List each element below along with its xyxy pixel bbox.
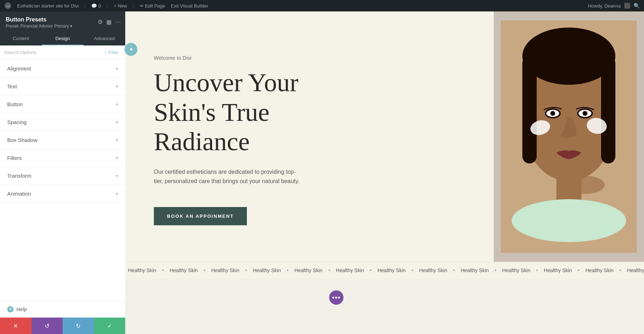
svg-point-16 [551, 112, 554, 115]
tab-design[interactable]: Design [42, 32, 84, 45]
ticker-dot: • [619, 267, 621, 274]
alignment-label: Alignment [7, 65, 31, 72]
ticker-item: Healthy Skin [416, 267, 450, 274]
divi-fab-button[interactable]: ✦ [125, 43, 137, 56]
svg-point-9 [512, 199, 626, 242]
howdy-text: Howdy, Deanna [588, 3, 621, 9]
ticker-item: Healthy Skin [375, 267, 409, 274]
panel-header-icons: ⚙ ▦ ⋯ [98, 19, 121, 25]
new-button[interactable]: + New [114, 3, 127, 9]
ticker-dot: • [536, 267, 538, 274]
spacing-label: Spacing [7, 119, 26, 125]
help-section[interactable]: ? Help [0, 301, 125, 318]
comment-icon: 💬 [91, 3, 97, 9]
undo-button[interactable]: ↺ [31, 318, 63, 334]
ticker-dot: • [245, 267, 247, 274]
hero-description: Our certified estheticians are dedicated… [154, 167, 304, 186]
panel-header: Button Presets Preset: Financial Advisor… [0, 11, 125, 32]
chevron-down-icon: ▾ [116, 138, 118, 143]
ticker-item: Healthy Skin [499, 267, 533, 274]
ticker-item: Healthy Skin [292, 267, 326, 274]
ticker-item: Healthy Skin [167, 267, 201, 274]
dots-icon: ••• [332, 294, 341, 302]
ticker-content: Healthy Skin • Healthy Skin • Healthy Sk… [125, 267, 644, 274]
svg-text:W: W [7, 4, 10, 8]
hero-left: Welcome to Divi Uncover YourSkin's TrueR… [125, 11, 494, 262]
chevron-down-icon: ▾ [116, 84, 118, 89]
settings-item-spacing[interactable]: Spacing ▾ [0, 113, 125, 131]
help-label: Help [16, 306, 27, 312]
ticker-dot: • [453, 267, 455, 274]
hero-image [494, 11, 644, 262]
ticker-item: Healthy Skin [125, 267, 159, 274]
left-panel: Button Presets Preset: Financial Advisor… [0, 11, 125, 334]
ticker-item: Healthy Skin [541, 267, 575, 274]
hero-section: Welcome to Divi Uncover YourSkin's TrueR… [125, 11, 644, 262]
ticker-bar: Healthy Skin • Healthy Skin • Healthy Sk… [125, 262, 644, 279]
chevron-down-icon: ▾ [116, 191, 118, 196]
ticker-item: Healthy Skin [582, 267, 616, 274]
svg-point-17 [584, 112, 586, 115]
dots-fab-button[interactable]: ••• [329, 290, 343, 305]
cancel-button[interactable]: ✕ [0, 318, 31, 334]
button-label: Button [7, 101, 23, 107]
redo-button[interactable]: ↻ [63, 318, 94, 334]
settings-item-box-shadow[interactable]: Box Shadow ▾ [0, 131, 125, 149]
settings-item-button[interactable]: Button ▾ [0, 95, 125, 113]
save-button[interactable]: ✓ [94, 318, 126, 334]
hero-face-svg [501, 20, 637, 253]
help-icon: ? [7, 306, 14, 313]
tab-content[interactable]: Content [0, 32, 42, 45]
comment-count[interactable]: 💬 0 [91, 3, 101, 9]
hero-title: Uncover YourSkin's TrueRadiance [154, 68, 472, 157]
settings-item-text[interactable]: Text ▾ [0, 78, 125, 95]
svg-point-20 [569, 176, 605, 194]
ticker-item: Healthy Skin [458, 267, 492, 274]
settings-item-alignment[interactable]: Alignment ▾ [0, 60, 125, 78]
text-label: Text [7, 83, 17, 89]
ticker-dot: • [328, 267, 330, 274]
chevron-down-icon: ▾ [116, 156, 118, 161]
search-input[interactable] [4, 50, 99, 55]
admin-bar-right: Howdy, Deanna 🔍 [588, 3, 640, 9]
tab-advanced[interactable]: Advanced [83, 32, 125, 45]
ticker-item: Healthy Skin [208, 267, 242, 274]
admin-bar: W Esthetician starter site for Divi | 💬 … [0, 0, 644, 11]
ticker-dot: • [162, 267, 164, 274]
bottom-actions: ✕ ↺ ↻ ✓ [0, 318, 125, 334]
edit-page-button[interactable]: ✏ Edit Page [140, 3, 165, 9]
settings-item-animation[interactable]: Animation ▾ [0, 185, 125, 203]
separator3: | [133, 3, 134, 9]
ticker-dot: • [370, 267, 372, 274]
transform-label: Transform [7, 173, 31, 179]
svg-rect-7 [601, 56, 615, 163]
ticker-dot: • [204, 267, 206, 274]
animation-label: Animation [7, 191, 31, 197]
panel-search: + Filter [0, 45, 125, 60]
layout-icon[interactable]: ▦ [106, 19, 112, 25]
settings-item-filters[interactable]: Filters ▾ [0, 149, 125, 167]
user-avatar [624, 3, 630, 9]
settings-item-transform[interactable]: Transform ▾ [0, 167, 125, 185]
ticker-item: Healthy Skin [624, 267, 644, 274]
main-layout: Button Presets Preset: Financial Advisor… [0, 11, 644, 334]
wp-logo-icon[interactable]: W [4, 2, 11, 9]
site-name[interactable]: Esthetician starter site for Divi [17, 3, 79, 9]
hero-welcome-text: Welcome to Divi [154, 55, 472, 61]
more-icon[interactable]: ⋯ [115, 19, 121, 25]
ticker-item: Healthy Skin [333, 267, 367, 274]
svg-rect-6 [522, 56, 537, 163]
ticker-dot: • [494, 267, 497, 274]
panel-tabs: Content Design Advanced [0, 32, 125, 45]
content-area: Welcome to Divi Uncover YourSkin's TrueR… [125, 11, 644, 334]
ticker-item: Healthy Skin [250, 267, 284, 274]
admin-search-icon[interactable]: 🔍 [634, 3, 640, 9]
filters-label: Filters [7, 155, 22, 161]
settings-icon[interactable]: ⚙ [98, 19, 103, 25]
filter-button[interactable]: + Filter [102, 49, 121, 56]
chevron-down-icon: ▾ [116, 66, 118, 71]
chevron-down-icon: ▾ [116, 102, 118, 107]
exit-visual-builder-button[interactable]: Exit Visual Builder [171, 3, 209, 9]
book-appointment-button[interactable]: BOOK AN APPOINMENT [154, 207, 247, 225]
ticker-dot: • [411, 267, 414, 274]
